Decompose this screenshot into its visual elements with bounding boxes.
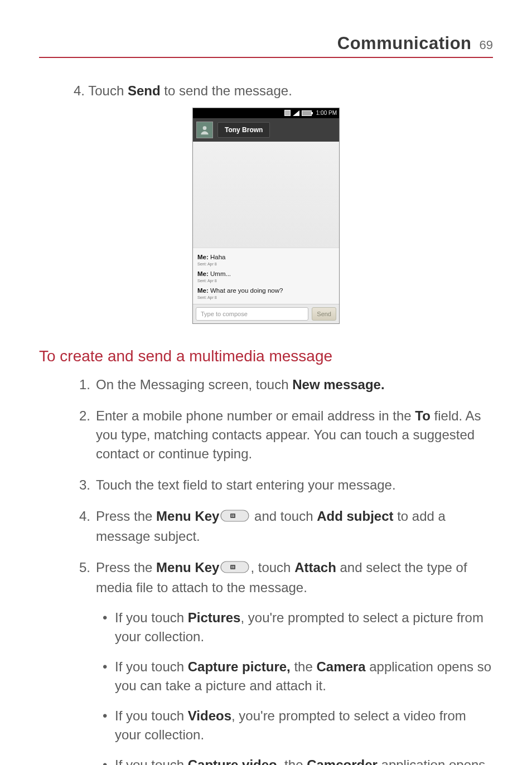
svg-rect-11 <box>231 567 233 568</box>
battery-icon <box>302 110 312 116</box>
message-sender: Me: <box>197 270 209 277</box>
menu-key-icon <box>220 559 249 578</box>
phone-screenshot: 1:00 PM Tony Brown Me: Haha Sent: Apr 8 … <box>192 108 340 324</box>
message-text: Haha <box>209 254 226 260</box>
page-header: Communication 69 <box>39 33 493 58</box>
message-item: Me: Umm... Sent: Apr 8 <box>197 268 335 283</box>
sub-item: If you touch Pictures, you're prompted t… <box>103 608 493 646</box>
step4-prefix: 4. Touch <box>74 83 128 98</box>
header-page-number: 69 <box>480 38 493 52</box>
status-time: 1:00 PM <box>316 110 337 116</box>
svg-point-0 <box>203 126 207 130</box>
bold-text: Pictures <box>188 610 241 625</box>
sub-item: If you touch Videos, you're prompted to … <box>103 706 493 744</box>
message-time: Sent: Apr 8 <box>197 279 335 283</box>
svg-rect-5 <box>231 516 233 516</box>
send-button[interactable]: Send <box>312 307 336 321</box>
conversation-header: Tony Brown <box>193 118 339 142</box>
bold-text: Camcorder <box>307 757 378 765</box>
message-text: What are you doing now? <box>209 287 283 294</box>
step-item: Press the Menu Key and touch Add subject… <box>79 507 493 546</box>
bold-text: To <box>415 408 431 423</box>
step-item: Press the Menu Key, touch Attach and sel… <box>79 558 493 765</box>
sub-list: If you touch Pictures, you're prompted t… <box>103 608 493 765</box>
step-item: On the Messaging screen, touch New messa… <box>79 375 493 394</box>
svg-rect-6 <box>233 516 234 516</box>
svg-rect-8 <box>230 565 235 569</box>
conversation-body <box>193 142 339 248</box>
body-text: Press the <box>96 560 156 575</box>
message-list: Me: Haha Sent: Apr 8 Me: Umm... Sent: Ap… <box>193 248 339 304</box>
body-text: , touch <box>250 560 294 575</box>
body-text: the <box>291 659 317 674</box>
svg-rect-9 <box>231 566 233 567</box>
header-title: Communication <box>337 33 472 54</box>
sub-item: If you touch Capture picture, the Camera… <box>103 657 493 695</box>
bold-text: Videos <box>188 708 231 723</box>
bold-text: Menu Key <box>156 560 219 575</box>
body-text: and touch <box>250 509 317 524</box>
body-text: Touch the text field to start entering y… <box>96 477 396 492</box>
svg-rect-2 <box>230 514 235 518</box>
message-time: Sent: Apr 8 <box>197 296 335 299</box>
svg-rect-4 <box>233 515 234 515</box>
avatar <box>196 122 213 138</box>
screenshot-container: 1:00 PM Tony Brown Me: Haha Sent: Apr 8 … <box>39 108 493 324</box>
page: Communication 69 4. Touch Send to send t… <box>0 0 532 765</box>
step-item: Enter a mobile phone number or email add… <box>79 406 493 463</box>
steps-list: On the Messaging screen, touch New messa… <box>79 375 493 765</box>
bold-text: New message. <box>292 377 384 392</box>
compose-input[interactable]: Type to compose <box>196 307 308 321</box>
body-text: Enter a mobile phone number or email add… <box>96 408 415 423</box>
body-text: Press the <box>96 509 156 524</box>
bold-text: Camera <box>316 659 365 674</box>
message-sender: Me: <box>197 254 209 260</box>
sub-item: If you touch Capture video, the Camcorde… <box>103 756 493 765</box>
message-text: Umm... <box>209 270 231 277</box>
signal-icon <box>293 110 299 116</box>
svg-rect-10 <box>233 566 234 567</box>
body-text: On the Messaging screen, touch <box>96 377 292 392</box>
body-text: If you touch <box>115 610 188 625</box>
body-text: If you touch <box>115 708 188 723</box>
status-bar: 1:00 PM <box>193 108 339 118</box>
svg-rect-12 <box>233 567 234 568</box>
message-sender: Me: <box>197 287 209 294</box>
menu-key-icon <box>220 508 249 527</box>
person-icon <box>199 124 210 135</box>
message-item: Me: Haha Sent: Apr 8 <box>197 251 335 266</box>
body-text: If you touch <box>115 659 188 674</box>
compose-bar: Type to compose Send <box>193 304 339 323</box>
step4-suffix: to send the message. <box>161 83 292 98</box>
prior-step-4: 4. Touch Send to send the message. <box>74 81 493 101</box>
bold-text: Menu Key <box>156 509 219 524</box>
svg-rect-3 <box>231 515 233 515</box>
bold-text: Add subject <box>317 509 393 524</box>
bold-text: Capture video, <box>188 757 281 765</box>
contact-name: Tony Brown <box>217 122 270 138</box>
section-heading: To create and send a multimedia message <box>39 347 493 365</box>
body-text: the <box>280 757 307 765</box>
network-3g-icon <box>284 110 291 116</box>
bold-text: Capture picture, <box>188 659 291 674</box>
message-time: Sent: Apr 8 <box>197 262 335 266</box>
step-item: Touch the text field to start entering y… <box>79 476 493 495</box>
message-item: Me: What are you doing now? Sent: Apr 8 <box>197 285 335 299</box>
step4-send-word: Send <box>128 83 161 98</box>
bold-text: Attach <box>294 560 336 575</box>
body-text: If you touch <box>115 757 188 765</box>
